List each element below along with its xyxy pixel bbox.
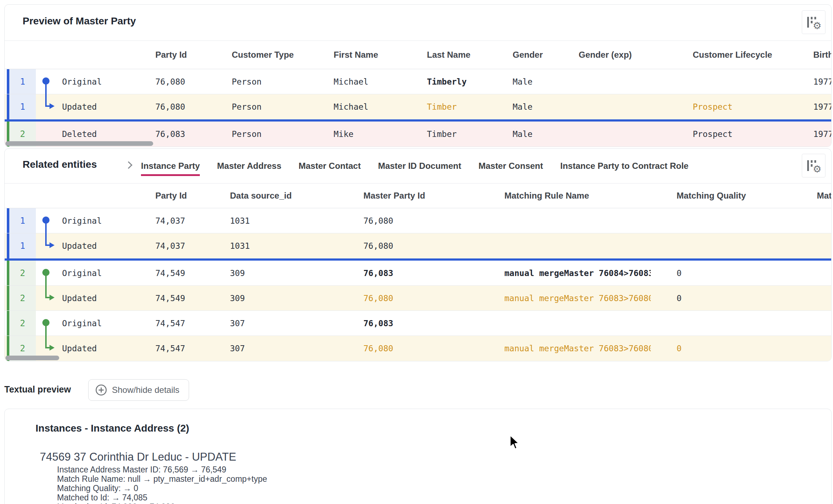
column-header-birth-date: Birth Date: [813, 50, 832, 60]
table-row[interactable]: 2 Updated 74,549 309 76,080 manual merge…: [5, 286, 831, 311]
row-state-label: Original: [62, 77, 102, 86]
row-accent-bar: [7, 233, 9, 258]
column-header-gender: Gender: [513, 50, 543, 60]
table-settings-icon: ⚙: [807, 160, 820, 172]
row-accent-bar: [7, 69, 9, 94]
cell-master-party-id: 76,080: [363, 241, 393, 251]
table-row[interactable]: 2 Original 74,547 307 76,083: [5, 311, 831, 336]
merge-origin-dot-icon: [36, 261, 57, 286]
cell-customer-lifecycle: Prospect: [693, 102, 733, 111]
column-header-gender-exp: Gender (exp): [579, 50, 632, 60]
cell-matching-rule-name: manual mergeMaster 76083>76080: [504, 344, 651, 353]
cell-gender: Male: [513, 77, 532, 86]
row-accent-bar: [7, 94, 9, 119]
chevron-right-icon: [125, 161, 132, 169]
cell-customer-type: Person: [232, 102, 262, 111]
table-row[interactable]: 2 Original 74,549 309 76,083 manual merg…: [5, 261, 831, 286]
card-title: Preview of Master Party: [23, 15, 136, 27]
cell-customer-lifecycle: Prospect: [693, 129, 733, 139]
cell-birth-date: 1977-: [813, 102, 832, 111]
tab-instance-party-to-contract-role[interactable]: Instance Party to Contract Role: [560, 161, 688, 176]
cell-gender: Male: [513, 102, 532, 111]
cell-data-source-id: 307: [230, 344, 245, 353]
column-header-first-name: First Name: [334, 50, 378, 60]
instances-section-title: Instances - Instance Address (2): [36, 423, 189, 434]
detail-line-clipped: Matched to Id: 74,086 → 74,086: [57, 502, 267, 504]
merge-arrow-icon: [36, 286, 57, 311]
merge-arrow-icon: [36, 233, 57, 258]
tab-master-id-document[interactable]: Master ID Document: [378, 161, 461, 176]
cell-matching-quality: 0: [677, 268, 682, 278]
column-header-matched-to-id: Matched To Id: [817, 191, 832, 201]
cell-data-source-id: 1031: [230, 216, 250, 225]
column-header-matching-quality: Matching Quality: [677, 191, 746, 201]
cell-data-source-id: 1031: [230, 241, 250, 251]
tab-master-consent[interactable]: Master Consent: [479, 161, 543, 176]
cell-master-party-id: 76,083: [363, 319, 393, 328]
horizontal-scrollbar-thumb[interactable]: [5, 356, 59, 360]
row-group-number: 1: [9, 233, 36, 258]
table-header-row: Party Id Customer Type First Name Last N…: [5, 41, 831, 69]
merge-origin-dot-icon: [36, 311, 57, 336]
tab-instance-party[interactable]: Instance Party: [141, 161, 200, 176]
detail-line: Matching Quality: → 0: [57, 484, 267, 493]
cell-matching-rule-name: manual mergeMaster 76084>76083: [504, 268, 651, 278]
table-row[interactable]: 1 Original 74,037 1031 76,080: [5, 208, 831, 233]
row-state-label: Original: [62, 216, 102, 225]
row-state-label: Deleted: [62, 129, 97, 139]
table-row[interactable]: 2 Updated 74,547 307 76,080 manual merge…: [5, 336, 831, 361]
row-state-label: Updated: [62, 241, 97, 251]
cell-birth-date: 1977-: [813, 77, 832, 86]
cell-first-name: Michael: [334, 77, 368, 86]
table-row[interactable]: 1 Updated 76,080 Person Michael Timber M…: [5, 94, 831, 119]
column-settings-button[interactable]: ⚙: [802, 10, 825, 34]
merge-origin-dot-icon: [36, 208, 57, 233]
column-settings-button[interactable]: ⚙: [802, 154, 825, 177]
merge-origin-dot-icon: [36, 69, 57, 94]
cell-last-name: Timberly: [427, 77, 467, 86]
show-hide-details-button[interactable]: Show/hide details: [88, 379, 189, 401]
column-header-party-id: Party Id: [155, 191, 187, 201]
table-row[interactable]: 1 Updated 74,037 1031 76,080: [5, 233, 831, 258]
row-state-label: Updated: [62, 102, 97, 111]
column-header-customer-type: Customer Type: [232, 50, 294, 60]
cell-party-id: 74,547: [155, 319, 185, 328]
detail-line: Matched to Id: → 74,085: [57, 493, 267, 502]
column-header-party-id: Party Id: [155, 50, 187, 60]
plus-circle-icon: [95, 384, 107, 396]
cell-party-id: 76,080: [155, 77, 185, 86]
horizontal-scrollbar-thumb[interactable]: [5, 141, 153, 146]
cell-customer-type: Person: [232, 77, 262, 86]
cell-master-party-id: 76,080: [363, 294, 393, 303]
row-group-number: 1: [9, 69, 36, 94]
cell-party-id: 76,083: [155, 129, 185, 139]
cell-party-id: 74,547: [155, 344, 185, 353]
cell-data-source-id: 307: [230, 319, 245, 328]
detail-line: Instance Address Master ID: 76,569 → 76,…: [57, 465, 267, 474]
column-header-master-party-id: Master Party Id: [363, 191, 425, 201]
cell-birth-date: 1977-: [813, 129, 832, 139]
textual-preview-label: Textual preview: [4, 384, 71, 395]
column-header-matching-rule-name: Matching Rule Name: [504, 191, 651, 201]
cell-matching-rule-name: manual mergeMaster 76083>76080: [504, 294, 651, 303]
table-header-row: Party Id Data source_id Master Party Id …: [5, 183, 831, 208]
show-hide-details-label: Show/hide details: [112, 385, 179, 395]
cell-first-name: Mike: [334, 129, 353, 139]
tab-master-address[interactable]: Master Address: [217, 161, 281, 176]
row-state-label: Updated: [62, 294, 97, 303]
cell-master-party-id: 76,080: [363, 344, 393, 353]
table-settings-icon: ⚙: [807, 16, 820, 28]
row-group-number: 2: [9, 261, 36, 285]
instance-record-details: Instance Address Master ID: 76,569 → 76,…: [57, 465, 267, 504]
textual-preview-card: Instances - Instance Address (2) 74569 3…: [4, 409, 832, 504]
table-row[interactable]: 1 Original 76,080 Person Michael Timberl…: [5, 69, 831, 94]
merge-arrow-icon: [36, 94, 57, 119]
cell-customer-type: Person: [232, 129, 262, 139]
tab-master-contact[interactable]: Master Contact: [298, 161, 361, 176]
related-entities-tabs: Instance Party Master Address Master Con…: [141, 161, 688, 176]
cell-master-party-id: 76,080: [363, 216, 393, 225]
column-header-data-source-id: Data source_id: [230, 191, 292, 201]
row-state-label: Original: [62, 268, 102, 278]
master-party-preview-card: Preview of Master Party ⚙ Party Id Custo…: [4, 4, 832, 147]
cell-master-party-id: 76,083: [363, 268, 393, 278]
